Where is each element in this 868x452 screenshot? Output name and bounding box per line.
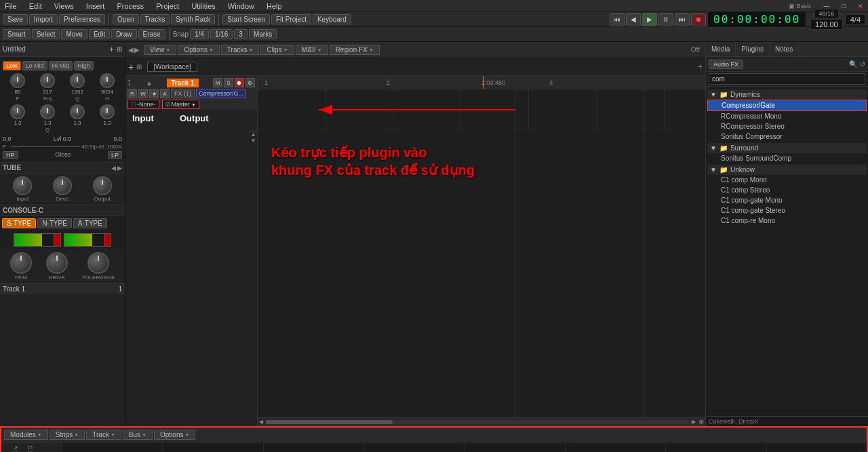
rec-btn[interactable]: ⏺ — [235, 78, 244, 87]
knob-drive2-control[interactable] — [46, 252, 68, 274]
rcompressor-stereo-item[interactable]: RCompressor Stereo — [707, 121, 867, 131]
window-close[interactable]: ✕ — [856, 3, 865, 9]
smart-tool[interactable]: Smart — [3, 29, 31, 39]
sonitus-compressor-item[interactable]: Sonitus Compressor — [707, 131, 867, 142]
c1-comp-stereo-item[interactable]: C1 comp Stereo — [707, 185, 867, 195]
transport-pause[interactable]: ⏸ — [658, 13, 673, 26]
plugins-tab[interactable]: Plugins — [736, 42, 770, 56]
options-menu2[interactable]: Options — [154, 430, 195, 440]
region-fx-menu[interactable]: Region FX — [330, 45, 380, 55]
tube-menu[interactable]: ▶ — [117, 165, 122, 171]
menu-help[interactable]: Help — [264, 2, 284, 10]
move-tool[interactable]: Move — [61, 29, 87, 39]
menu-file[interactable]: File — [3, 2, 19, 10]
knob-output-control[interactable] — [93, 176, 112, 195]
compressor-gate-item[interactable]: Compressor/Gate — [707, 100, 867, 111]
start-screen-button[interactable]: Start Screen — [222, 14, 270, 24]
window-restore[interactable]: □ — [840, 3, 848, 9]
eq-lomid-btn[interactable]: Lo Mid — [22, 61, 47, 70]
modules-menu[interactable]: Modules — [4, 430, 48, 440]
fit-project-button[interactable]: Fit Project — [271, 14, 311, 24]
audio-fx-btn[interactable]: Audio FX — [709, 60, 743, 69]
transport-back[interactable]: ◀ — [626, 13, 641, 26]
menu-process[interactable]: Process — [115, 2, 146, 10]
tube-settings[interactable]: ◀ — [111, 165, 116, 171]
knob-f-control[interactable] — [10, 73, 25, 88]
mute-btn[interactable]: M — [213, 78, 222, 87]
edit-tool[interactable]: Edit — [89, 29, 110, 39]
transport-rewind[interactable]: ⏮ — [610, 13, 625, 26]
menu-project[interactable]: Project — [154, 2, 181, 10]
menu-utilities[interactable]: Utilities — [189, 2, 217, 10]
knob-input-control[interactable] — [13, 176, 32, 195]
window-mode[interactable]: ▣ Basic — [787, 3, 814, 9]
dynamics-header[interactable]: ▼ 📁 Dynamics — [707, 89, 867, 100]
knob-2-4-control[interactable] — [100, 104, 115, 119]
knob-2-1-control[interactable] — [10, 104, 25, 119]
menu-insert[interactable]: Insert — [84, 2, 107, 10]
zoom-icon[interactable]: ⊕ — [698, 418, 704, 426]
knob-trim-control[interactable] — [10, 252, 32, 274]
w-btn[interactable]: W — [138, 89, 148, 98]
search-icon[interactable]: 🔍 — [849, 60, 857, 68]
track-name[interactable]: Track 1 — [167, 79, 198, 87]
grid-num[interactable]: 3 — [234, 29, 248, 39]
marks-button[interactable]: Marks — [249, 29, 277, 39]
transport-play[interactable]: ▶ — [642, 13, 657, 26]
eq-high-btn[interactable]: High — [74, 61, 94, 70]
eq-low-btn[interactable]: Low — [3, 61, 21, 70]
knob-drive-control[interactable] — [53, 176, 72, 195]
h-scrollbar[interactable]: ◀ ▶ ⊕ — [258, 417, 705, 426]
knob-g-control[interactable] — [100, 73, 115, 88]
solo-btn[interactable]: S — [224, 78, 233, 87]
knob-frq-control[interactable] — [40, 73, 55, 88]
tracks-menu[interactable]: Tracks — [221, 45, 260, 55]
c1-comp-re-mono-item[interactable]: C1 comp-re Mono — [707, 215, 867, 226]
grid-icon[interactable]: ⊞ — [136, 63, 142, 70]
track-toolbar-icon2[interactable]: ▶ — [134, 46, 140, 54]
draw-tool[interactable]: Draw — [111, 29, 136, 39]
view-menu[interactable]: View — [144, 45, 176, 55]
select-tool[interactable]: Select — [32, 29, 60, 39]
s-type-btn[interactable]: S-TYPE — [2, 218, 36, 228]
menu-window[interactable]: Window — [226, 2, 256, 10]
h-scroll-thumb[interactable] — [266, 420, 393, 424]
workspace-label[interactable]: [Workspace] — [147, 62, 197, 72]
transport-fwd[interactable]: ⏭ — [675, 13, 690, 26]
output-selector[interactable]: ☑ Master ▼ — [162, 100, 199, 109]
expand-btn[interactable]: ⊞ — [117, 45, 122, 53]
c1-comp-mono-item[interactable]: C1 comp Mono — [707, 175, 867, 185]
knob-2-3-control[interactable] — [70, 104, 85, 119]
options-menu[interactable]: Options — [178, 45, 219, 55]
preferences-button[interactable]: Preferences — [59, 14, 105, 24]
n-type-btn[interactable]: N-TYPE — [37, 218, 72, 228]
sonitus-surround-item[interactable]: Sonitus SurroundComp — [707, 153, 867, 163]
eq-himid-btn[interactable]: Hi Mid — [49, 61, 73, 70]
knob-2-2-control[interactable] — [40, 104, 55, 119]
surround-header[interactable]: ▼ 📁 Surround — [707, 143, 867, 153]
window-minimize[interactable]: — — [822, 3, 832, 9]
menu-views[interactable]: Views — [52, 2, 76, 10]
open-button[interactable]: Open — [113, 14, 138, 24]
transport-record[interactable]: ⏺ — [691, 13, 706, 26]
refresh-icon[interactable]: ↺ — [860, 60, 865, 68]
save-button[interactable]: Save — [3, 14, 28, 24]
vertical-scroll[interactable]: ▲ ▼ — [249, 130, 257, 133]
fx-search-input[interactable] — [709, 73, 865, 85]
unknow-header[interactable]: ▼ 📁 Unknow — [707, 165, 867, 175]
import-button[interactable]: Import — [29, 14, 58, 24]
midi-menu[interactable]: MIDI — [296, 45, 328, 55]
hp-btn[interactable]: HP — [3, 151, 18, 159]
input-selector[interactable]: ☐ -None- — [127, 100, 159, 109]
knob-tolerance-control[interactable] — [87, 252, 109, 274]
notes-tab[interactable]: Notes — [770, 42, 799, 56]
snap-value[interactable]: 1/4 — [190, 29, 209, 39]
fx-plugin-display[interactable]: Compressor/G... — [196, 89, 246, 98]
add-track-btn2[interactable]: + — [128, 62, 134, 73]
menu-edit[interactable]: Edit — [27, 2, 44, 10]
a-type-btn[interactable]: A-TYPE — [73, 218, 107, 228]
keyboard-button[interactable]: Keyboard — [313, 14, 351, 24]
synth-rack-button[interactable]: Synth Rack — [171, 14, 215, 24]
r-btn[interactable]: R — [127, 89, 137, 98]
track-toolbar-icon[interactable]: ◀ — [128, 46, 134, 54]
